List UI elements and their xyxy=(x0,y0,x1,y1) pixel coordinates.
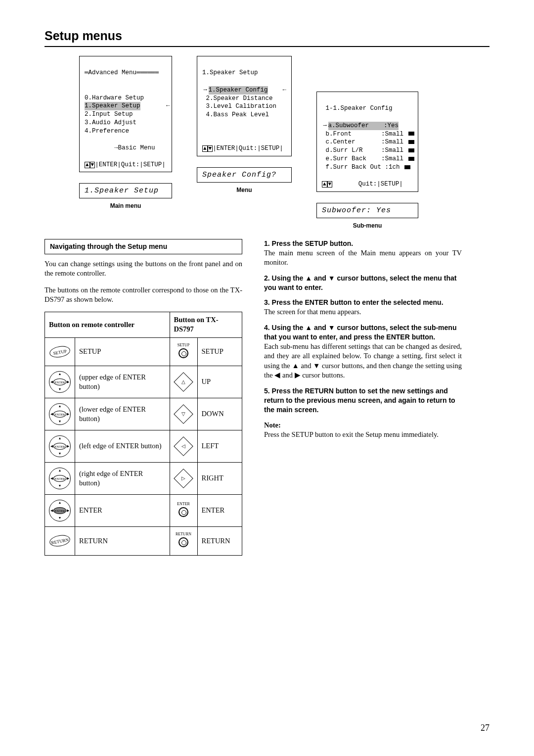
submenu-label: Sub-menu xyxy=(316,222,418,229)
osd-header: ═Advanced Menu══════ xyxy=(85,69,159,76)
btn-small-label: RETURN xyxy=(174,532,193,537)
nav-para-2: The buttons on the remote controller cor… xyxy=(44,285,242,305)
osd-line: c.Center :Small xyxy=(326,139,404,145)
updown-icon: ▲ xyxy=(85,162,90,168)
enter-device-icon xyxy=(178,507,188,517)
table-header-remote: Button on remote controller xyxy=(45,312,170,337)
osd-foot: ENTER|Quit:|SETUP| xyxy=(99,161,166,168)
enter-ring-icon: ▲▼◀▶ENTER xyxy=(49,403,71,425)
osd-header: 1-1.Speaker Config xyxy=(326,105,393,112)
device-desc: DOWN xyxy=(197,398,242,430)
osd-basic: →Basic Menu xyxy=(114,144,155,151)
speaker-icon xyxy=(408,157,414,161)
button-table: Button on remote controller Button on TX… xyxy=(44,312,242,556)
btn-small-label: ENTER xyxy=(174,502,193,507)
device-desc: RIGHT xyxy=(197,463,242,495)
menu-osd: 1.Speaker Setup →1.Speaker Config ← 2.Sp… xyxy=(197,56,292,156)
osd-line: 3.Audio Adjust xyxy=(85,119,136,126)
table-row: SETUP SETUP SETUP SETUP xyxy=(45,337,242,366)
nav-heading: Navigating through the Setup menu xyxy=(44,239,242,254)
step-3-body: The screen for that menu appears. xyxy=(264,307,462,317)
speaker-icon xyxy=(408,140,414,144)
device-desc: SETUP xyxy=(197,337,242,366)
remote-desc: (right edge of ENTER button) xyxy=(75,463,170,495)
remote-desc: ENTER xyxy=(75,495,170,527)
updown-icon: ▼ xyxy=(327,181,333,188)
enter-ring-icon: ▲▼◀▶ENTER xyxy=(49,468,71,489)
device-desc: RETURN xyxy=(197,527,242,555)
submenu-osd: 1-1.Speaker Config →a.Subwoofer :Yes b.F… xyxy=(316,92,418,192)
remote-desc: (left edge of ENTER button) xyxy=(75,430,170,463)
step-5-head: 5. Press the RETURN button to set the ne… xyxy=(264,386,462,415)
device-desc: ENTER xyxy=(197,495,242,527)
right-column: 1. Press the SETUP button. The main menu… xyxy=(264,239,462,556)
table-row: ▲▼◀▶ENTER (upper edge of ENTER button) △… xyxy=(45,366,242,398)
down-diamond-icon: ▽ xyxy=(174,404,193,424)
page-title: Setup menus xyxy=(44,29,490,47)
table-row: RETURN RETURN RETURN RETURN xyxy=(45,527,242,555)
speaker-icon xyxy=(408,132,414,136)
return-device-icon xyxy=(178,537,188,547)
osd-foot: Quit:|SETUP| xyxy=(358,181,403,188)
osd-line: b.Front :Small xyxy=(326,131,404,138)
enter-ring-icon: ▲▼◀▶ENTER xyxy=(49,371,71,393)
main-menu-osd: ═Advanced Menu══════ 0.Hardware Setup 1.… xyxy=(79,56,172,172)
return-remote-icon: RETURN xyxy=(48,534,71,548)
osd-foot: ENTER|Quit:|SETUP| xyxy=(217,145,283,152)
note-head: Note: xyxy=(264,421,462,430)
setup-remote-icon: SETUP xyxy=(48,345,71,359)
updown-icon: ▲ xyxy=(322,181,327,188)
osd-line: 3.Level Calibration xyxy=(206,103,277,110)
main-menu-label: Main menu xyxy=(79,202,172,209)
step-4-head: 4. Using the ▲ and ▼ cursor buttons, sel… xyxy=(264,323,462,342)
speaker-icon xyxy=(404,165,410,169)
menu-label: Menu xyxy=(197,187,292,193)
step-4-body: Each sub-menu has different settings tha… xyxy=(264,342,462,380)
remote-desc: RETURN xyxy=(75,527,170,555)
step-1-body: The main menu screen of the Main menu ap… xyxy=(264,248,462,268)
main-menu-lcd: 1.Speaker Setup xyxy=(79,183,172,198)
osd-line-selected: a.Subwoofer :Yes xyxy=(328,122,399,130)
step-2-head: 2. Using the ▲ and ▼ cursor buttons, sel… xyxy=(264,274,462,292)
device-desc: LEFT xyxy=(197,430,242,463)
remote-desc: SETUP xyxy=(75,337,170,366)
remote-desc: (upper edge of ENTER button) xyxy=(75,366,170,398)
enter-ring-icon: ▲▼◀▶ENTER xyxy=(49,500,71,521)
osd-line: d.Surr L/R :Small xyxy=(326,147,404,154)
osd-line-selected: 1.Speaker Setup xyxy=(85,102,140,110)
menu-diagrams: ═Advanced Menu══════ 0.Hardware Setup 1.… xyxy=(79,56,490,229)
table-row: ▲▼◀▶ENTER ENTER ENTER ENTER xyxy=(45,495,242,527)
up-diamond-icon: △ xyxy=(174,372,193,392)
table-row: ▲▼◀▶ENTER (right edge of ENTER button) ▷… xyxy=(45,463,242,495)
enter-ring-icon: ▲▼◀▶ENTER xyxy=(49,435,71,457)
btn-small-label: SETUP xyxy=(174,343,193,348)
osd-header: 1.Speaker Setup xyxy=(202,69,258,76)
osd-line: 2.Input Setup xyxy=(85,111,133,118)
osd-line: 2.Speaker Distance xyxy=(206,95,273,102)
submenu-lcd: Subwoofer: Yes xyxy=(316,203,418,218)
updown-icon: ▼ xyxy=(208,145,213,152)
remote-desc: (lower edge of ENTER button) xyxy=(75,398,170,430)
left-diamond-icon: ◁ xyxy=(174,436,193,456)
osd-line: 0.Hardware Setup xyxy=(85,94,144,101)
speaker-icon xyxy=(408,148,414,152)
step-1-head: 1. Press the SETUP button. xyxy=(264,239,462,248)
table-row: ▲▼◀▶ENTER (lower edge of ENTER button) ▽… xyxy=(45,398,242,430)
right-diamond-icon: ▷ xyxy=(174,469,193,488)
nav-para-1: You can change settings using the button… xyxy=(44,259,242,279)
updown-icon: ▼ xyxy=(90,162,95,168)
updown-icon: ▲ xyxy=(202,145,208,152)
table-header-device: Button on TX-DS797 xyxy=(170,312,242,337)
osd-line: 4.Preference xyxy=(85,128,129,135)
step-3-head: 3. Press the ENTER button to enter the s… xyxy=(264,298,462,307)
left-column: Navigating through the Setup menu You ca… xyxy=(44,239,242,556)
page-number: 27 xyxy=(481,723,490,733)
osd-line: e.Surr Back :Small xyxy=(326,155,404,162)
osd-line-selected: 1.Speaker Config xyxy=(209,86,268,94)
note-body: Press the SETUP button to exit the Setup… xyxy=(264,430,462,440)
menu-lcd: Speaker Config? xyxy=(197,167,292,183)
device-desc: UP xyxy=(197,366,242,398)
setup-device-icon xyxy=(178,348,188,358)
osd-line: 4.Bass Peak Level xyxy=(206,111,269,118)
table-row: ▲▼◀▶ENTER (left edge of ENTER button) ◁ … xyxy=(45,430,242,463)
